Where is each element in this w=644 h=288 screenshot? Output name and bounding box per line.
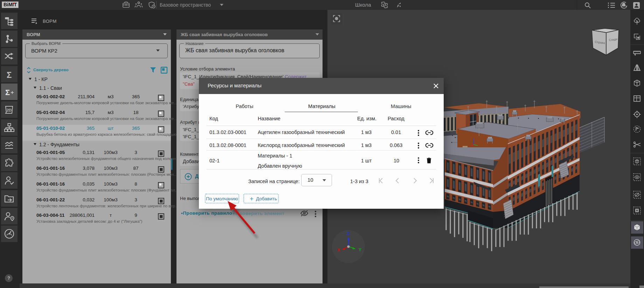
- svg-text:2D: 2D: [7, 108, 12, 112]
- svg-text:X: X: [337, 248, 340, 253]
- svg-text:Z: Z: [347, 231, 349, 236]
- svg-text:Σ: Σ: [7, 70, 12, 80]
- svg-text:+: +: [11, 89, 14, 96]
- svg-text:Σ: Σ: [5, 88, 10, 97]
- svg-text:Y: Y: [359, 247, 361, 252]
